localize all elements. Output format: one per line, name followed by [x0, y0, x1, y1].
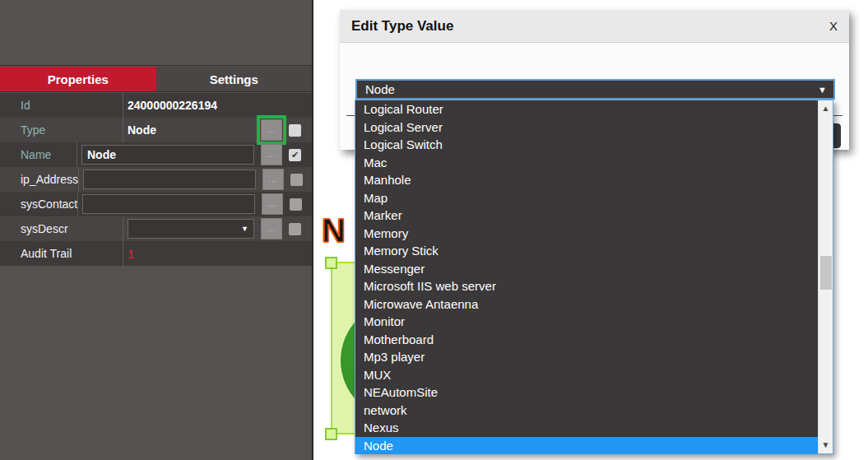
ip-address-label: ip_Address	[0, 167, 79, 192]
selection-handle-bottom-left[interactable]	[325, 428, 337, 440]
name-ellipsis-button[interactable]: ...	[261, 144, 282, 165]
dropdown-item[interactable]: Logical Switch	[355, 136, 818, 154]
scroll-down-icon[interactable]: ▼	[819, 439, 833, 452]
dropdown-items: Logical RouterLogical ServerLogical Swit…	[355, 100, 818, 453]
dropdown-item[interactable]: Microsoft IIS web server	[355, 277, 818, 295]
row-type: Type Node ...	[0, 118, 312, 142]
sys-contact-ellipsis-button[interactable]: ...	[262, 193, 283, 215]
dropdown-item[interactable]: Map	[355, 189, 818, 207]
close-icon[interactable]: X	[829, 19, 838, 33]
row-name: Name ... ✔	[0, 142, 312, 167]
dropdown-item[interactable]: Mp3 player	[355, 348, 818, 366]
id-value: 24000000226194	[128, 99, 301, 112]
dropdown-item[interactable]: Memory	[355, 225, 818, 243]
dialog-header[interactable]: Edit Type Value X	[340, 10, 849, 43]
row-audit-trail: Audit Trail 1	[0, 241, 312, 266]
dropdown-scrollbar[interactable]: ▲ ▼	[818, 100, 833, 453]
id-label: Id	[0, 93, 123, 118]
ip-address-checkbox[interactable]	[290, 174, 303, 186]
dropdown-item[interactable]: Nexus	[355, 419, 818, 437]
dropdown-item[interactable]: Monitor	[355, 313, 818, 331]
sys-contact-label: sysContact	[0, 192, 78, 216]
dropdown-item[interactable]: Motherboard	[355, 331, 818, 349]
dropdown-item[interactable]: Node	[355, 437, 818, 455]
panel-tab-bar: Properties Settings	[0, 67, 312, 92]
dropdown-item[interactable]: NEAutomSite	[355, 383, 818, 402]
dropdown-item[interactable]: MUX	[355, 366, 818, 384]
scroll-up-icon[interactable]: ▲	[819, 102, 833, 115]
type-dropdown-list: Logical RouterLogical ServerLogical Swit…	[355, 100, 833, 454]
name-label: Name	[0, 142, 77, 167]
row-sys-descr: sysDescr ▼ ...	[0, 216, 312, 241]
dropdown-item[interactable]: Marker	[355, 207, 818, 225]
canvas-node-text: N	[322, 212, 346, 249]
sys-descr-select[interactable]: ▼	[128, 219, 254, 239]
check-icon: ✔	[291, 151, 299, 160]
properties-rows: Id 24000000226194 Type Node ... Name ...…	[0, 93, 312, 266]
name-checkbox[interactable]: ✔	[289, 149, 301, 161]
dropdown-item[interactable]: Memory Stick	[355, 242, 818, 260]
type-select[interactable]: Node ▼	[355, 79, 835, 100]
panel-top-area	[0, 0, 312, 66]
sys-contact-input[interactable]	[82, 194, 255, 214]
type-checkbox[interactable]	[289, 124, 301, 137]
scrollbar-thumb[interactable]	[820, 256, 832, 290]
properties-panel: Properties Settings Id 24000000226194 Ty…	[0, 0, 313, 460]
chevron-down-icon: ▼	[241, 225, 248, 233]
sys-descr-label: sysDescr	[0, 216, 123, 241]
type-ellipsis-button[interactable]: ...	[261, 119, 282, 141]
dropdown-item[interactable]: Microwave Antaenna	[355, 295, 818, 314]
ip-address-input[interactable]	[83, 170, 256, 189]
dropdown-item[interactable]: Mac	[355, 154, 818, 172]
chevron-down-icon: ▼	[818, 85, 827, 95]
type-value: Node	[128, 123, 254, 137]
dropdown-item[interactable]: Logical Server	[355, 118, 818, 137]
dialog-title: Edit Type Value	[351, 18, 829, 35]
selection-handle-top-left[interactable]	[325, 257, 337, 269]
sys-contact-checkbox[interactable]	[290, 198, 302, 211]
sys-descr-checkbox[interactable]	[289, 223, 301, 235]
row-sys-contact: sysContact ...	[0, 192, 312, 216]
sys-descr-ellipsis-button[interactable]: ...	[261, 218, 282, 239]
dropdown-item[interactable]: network	[355, 402, 818, 420]
name-input[interactable]	[81, 145, 254, 165]
type-select-value: Node	[365, 82, 818, 96]
audit-trail-value[interactable]: 1	[128, 247, 301, 261]
type-label: Type	[0, 118, 123, 142]
dropdown-item[interactable]: Logical Router	[355, 100, 818, 118]
tab-properties[interactable]: Properties	[0, 67, 156, 91]
ip-address-ellipsis-button[interactable]: ...	[262, 169, 284, 190]
row-id: Id 24000000226194	[0, 93, 312, 118]
dropdown-item[interactable]: Messenger	[355, 260, 818, 278]
row-ip-address: ip_Address ...	[0, 167, 312, 192]
tab-settings[interactable]: Settings	[156, 67, 313, 91]
audit-trail-label: Audit Trail	[0, 241, 123, 266]
dropdown-item[interactable]: Manhole	[355, 171, 818, 189]
